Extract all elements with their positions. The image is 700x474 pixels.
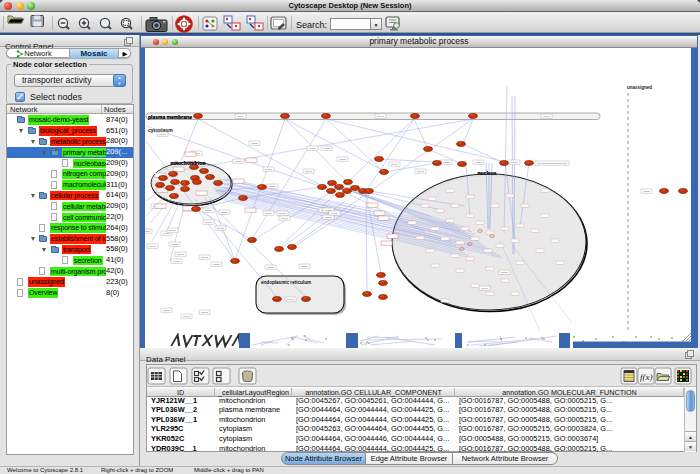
svg-text:f(x): f(x) <box>640 372 653 382</box>
svg-text:plasma membrane: plasma membrane <box>148 114 192 120</box>
svg-text:unassigned: unassigned <box>627 85 652 90</box>
svg-text:endoplasmic reticulum: endoplasmic reticulum <box>261 280 311 285</box>
svg-text:nucleus: nucleus <box>478 170 497 176</box>
svg-text:mitochondrion: mitochondrion <box>171 160 206 166</box>
